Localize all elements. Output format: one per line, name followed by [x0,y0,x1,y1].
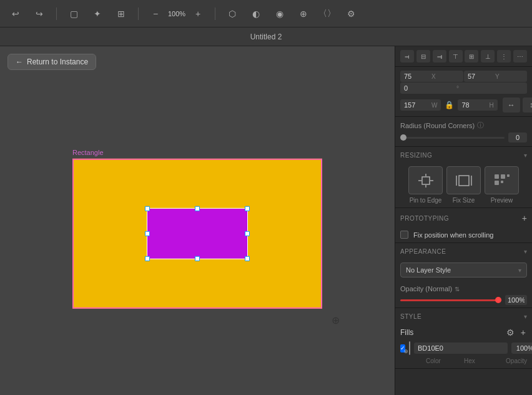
align-center-v-button[interactable]: ⊞ [465,50,478,62]
link-tool[interactable]: ⊕ [294,5,313,22]
radius-info-icon: ⓘ [477,121,484,130]
separator-1 [56,8,57,20]
align-bottom-button[interactable]: ⊥ [481,50,495,62]
mask-tool[interactable]: ◐ [247,5,265,22]
handle-br[interactable] [245,256,250,261]
rotation-input[interactable] [404,84,454,92]
appearance-section: APPEARANCE ▾ No Layer Style ▾ Opacity (N… [395,243,532,308]
distribute-v-button[interactable]: ⋯ [513,50,527,62]
fix-position-checkbox[interactable] [400,231,408,239]
zoom-minus-button[interactable]: − [146,5,165,22]
fill-gradient-icon: ◎ [404,349,409,354]
opacity-row: Opacity (Normal) ⇅ [395,281,532,308]
h-field[interactable]: H [458,99,497,111]
code-tool[interactable]: 〈〉 [318,5,337,22]
appearance-header[interactable]: APPEARANCE ▾ [395,243,532,259]
flip-h-button[interactable]: ↔ [503,98,520,112]
align-center-h-button[interactable]: ⊟ [416,50,430,62]
fill-opacity-input[interactable] [511,342,532,354]
pin-to-edge-icon [416,172,436,189]
fix-position-row: Fix position when scrolling [400,231,527,239]
appearance-content: No Layer Style ▾ [395,259,532,281]
fills-settings-button[interactable]: ⚙ [505,328,516,338]
prototyping-header[interactable]: PROTOTYPING + [395,208,532,227]
position-grid: X Y ° [395,67,532,98]
prototyping-section: PROTOTYPING + Fix position when scrollin… [395,208,532,243]
fix-size-label: Fix Size [453,197,475,204]
lock-icon[interactable]: 🔒 [443,99,455,111]
canvas[interactable]: ← Return to Instance Rectangle ⊕ [0,46,395,395]
zoom-plus-button[interactable]: + [189,5,207,22]
handle-ml[interactable] [145,231,150,236]
fill-col-labels: Color Hex Opacity [400,355,527,364]
y-input[interactable] [468,72,493,80]
distribute-h-button[interactable]: ⋮ [497,50,511,62]
appearance-label: APPEARANCE [400,248,446,255]
layer-style-dropdown[interactable]: No Layer Style ▾ [400,262,527,278]
resizing-label: RESIZING [400,152,432,159]
radius-slider[interactable] [400,137,505,139]
opacity-value[interactable] [505,295,527,305]
opacity-stepper[interactable]: ⇅ [455,286,460,292]
preview-box[interactable] [485,166,519,194]
grid-tool[interactable]: ⊞ [112,5,131,22]
handle-mr[interactable] [245,231,250,236]
y-field[interactable]: Y [464,71,527,82]
separator-2 [138,8,139,20]
radius-input[interactable] [508,132,527,142]
color-col-label: Color [412,358,460,364]
x-input[interactable] [404,72,429,80]
handle-tm[interactable] [195,206,200,211]
redo-button[interactable]: ↪ [30,5,49,22]
hex-col-label: Hex [464,358,498,364]
fills-add-button[interactable]: + [520,328,527,338]
svg-rect-12 [501,181,503,183]
settings-tool[interactable]: ⚙ [342,5,360,22]
rotation-field[interactable]: ° [400,82,527,94]
prototyping-add-button[interactable]: + [522,213,527,223]
undo-button[interactable]: ↩ [6,5,25,22]
align-bar: ⫤ ⊟ ⫥ ⊤ ⊞ ⊥ ⋮ ⋯ [395,46,532,67]
preview-option[interactable]: Preview [485,166,519,204]
style-tool[interactable]: ◉ [270,5,289,22]
frame-outer[interactable]: ⊕ [72,159,322,309]
svg-rect-9 [501,174,505,179]
flip-v-button[interactable]: ↕ [523,98,532,112]
canvas-content: Rectangle ⊕ [72,149,322,309]
y-label: Y [495,73,500,80]
svg-rect-10 [507,174,510,177]
w-input[interactable] [404,101,429,109]
align-left-button[interactable]: ⫤ [400,50,414,62]
fix-size-box[interactable] [446,166,481,194]
opacity-col-label: Opacity [502,358,527,364]
svg-rect-8 [495,174,499,179]
radius-label: Radius (Round Corners) ⓘ [400,121,527,130]
rect-inner[interactable] [147,209,247,259]
select-tool[interactable]: ▢ [64,5,83,22]
return-to-instance-button[interactable]: ← Return to Instance [7,54,96,70]
fill-color-swatch[interactable]: ◎ [409,341,410,355]
handle-bm[interactable] [195,256,200,261]
insert-tool[interactable]: ✦ [88,5,107,22]
handle-tl[interactable] [145,206,150,211]
fix-size-option[interactable]: Fix Size [446,166,481,204]
pin-to-edge-box[interactable] [408,166,443,194]
component-tool[interactable]: ⬡ [223,5,242,22]
handle-bl[interactable] [145,256,150,261]
resizing-header[interactable]: RESIZING ▾ [395,147,532,162]
align-top-button[interactable]: ⊤ [449,50,463,62]
h-input[interactable] [461,101,486,109]
radius-slider-row [400,132,527,142]
zoom-value: 100% [167,10,186,18]
right-panel: ⫤ ⊟ ⫥ ⊤ ⊞ ⊥ ⋮ ⋯ X Y ° [395,46,532,395]
align-right-button[interactable]: ⫥ [433,50,446,62]
w-field[interactable]: W [400,99,441,111]
fills-actions: ⚙ + [505,328,527,338]
pin-to-edge-option[interactable]: Pin to Edge [408,166,443,204]
handle-tr[interactable] [245,206,250,211]
layer-style-value: No Layer Style [406,266,451,274]
style-header[interactable]: STYLE ▾ [395,308,532,324]
opacity-slider[interactable] [400,299,501,301]
x-field[interactable]: X [400,71,463,82]
fill-hex-input[interactable] [414,342,508,354]
